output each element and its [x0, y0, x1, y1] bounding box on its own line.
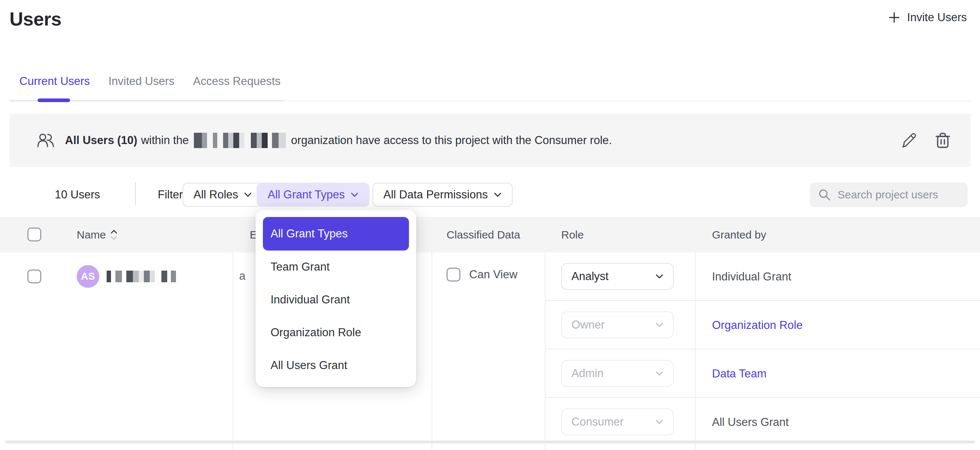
redacted-org-name	[194, 133, 286, 148]
grant-row-divider	[545, 300, 980, 301]
column-divider	[695, 252, 695, 450]
row-divider	[5, 440, 975, 444]
redacted-user-name	[107, 271, 176, 282]
column-header-classified-data: Classified Data	[447, 217, 520, 252]
chevron-down-icon	[655, 322, 663, 328]
can-view-label: Can View	[469, 268, 517, 281]
chevron-down-icon	[494, 192, 502, 197]
table-header: Name E Classified Data Role Granted by	[0, 217, 980, 252]
user-count: 10 Users	[55, 188, 100, 201]
column-header-role: Role	[561, 217, 584, 252]
people-icon	[37, 132, 55, 149]
page-title: Users	[10, 8, 61, 30]
banner-text-after-org: organization have access to this project…	[291, 134, 612, 147]
table-body: AS a Can View Analyst Owner Admin Consum…	[0, 252, 980, 450]
banner-bold-text: All Users (10)	[65, 134, 137, 147]
tab-bar: Current Users Invited Users Access Reque…	[10, 68, 970, 101]
plus-icon	[888, 11, 900, 24]
invite-users-button[interactable]: Invite Users	[888, 11, 967, 24]
trash-icon	[934, 132, 951, 149]
banner-actions	[899, 114, 953, 167]
chevron-down-icon	[244, 192, 252, 197]
invite-users-label: Invite Users	[907, 11, 967, 24]
classified-data-cell: Can View	[447, 268, 517, 282]
column-divider	[545, 252, 546, 450]
chevron-down-icon	[655, 419, 663, 425]
search-input[interactable]	[838, 189, 959, 201]
all-grant-types-filter[interactable]: All Grant Types	[257, 183, 369, 207]
sort-icon[interactable]	[110, 228, 118, 241]
dropdown-option-individual-grant[interactable]: Individual Grant	[256, 284, 416, 316]
search-icon	[818, 188, 831, 201]
chevron-down-icon	[350, 192, 358, 197]
dropdown-option-all-users-grant[interactable]: All Users Grant	[256, 349, 416, 382]
classified-data-header-label: Classified Data	[447, 229, 520, 241]
column-header-granted-by: Granted by	[712, 217, 766, 252]
dropdown-option-all-grant-types[interactable]: All Grant Types	[263, 217, 409, 250]
delete-grant-button[interactable]	[932, 130, 953, 151]
all-roles-filter[interactable]: All Roles	[183, 183, 263, 207]
column-divider	[232, 252, 233, 450]
user-email-fragment: a	[239, 269, 245, 283]
role-select-consumer[interactable]: Consumer	[561, 409, 674, 436]
dropdown-option-organization-role[interactable]: Organization Role	[256, 316, 416, 349]
role-select-label: Admin	[571, 367, 603, 380]
granted-by-value: All Users Grant	[712, 416, 789, 429]
tab-access-requests[interactable]: Access Requests	[193, 71, 281, 92]
role-select-label: Consumer	[571, 415, 624, 428]
edit-grant-button[interactable]	[899, 130, 920, 151]
grant-row-divider	[545, 397, 980, 398]
name-header-label: Name	[77, 229, 106, 241]
all-users-banner: All Users (10) within the organization h…	[10, 114, 970, 167]
role-select-admin[interactable]: Admin	[561, 360, 674, 387]
all-grant-types-label: All Grant Types	[268, 188, 345, 201]
filter-bar: 10 Users Filter by All Roles All Grant T…	[0, 168, 980, 217]
column-header-name[interactable]: Name	[77, 217, 118, 252]
role-select-label: Analyst	[571, 270, 609, 283]
avatar: AS	[77, 265, 99, 288]
search-box	[810, 182, 967, 207]
role-select-label: Owner	[571, 318, 605, 331]
all-roles-label: All Roles	[194, 188, 238, 201]
granted-by-link[interactable]: Organization Role	[712, 319, 803, 332]
column-divider	[431, 252, 432, 450]
granted-by-header-label: Granted by	[712, 229, 766, 241]
can-view-checkbox[interactable]	[447, 268, 460, 282]
role-header-label: Role	[561, 229, 584, 241]
row-checkbox[interactable]	[27, 269, 41, 284]
banner-text: All Users (10) within the organization h…	[65, 133, 612, 148]
filter-bar-divider	[135, 182, 136, 205]
tab-invited-users[interactable]: Invited Users	[108, 71, 175, 92]
active-tab-indicator	[38, 98, 70, 102]
all-data-permissions-label: All Data Permissions	[383, 188, 488, 201]
chevron-down-icon	[655, 274, 663, 279]
select-all-checkbox[interactable]	[27, 228, 41, 241]
pencil-icon	[900, 132, 918, 149]
users-page: Users Invite Users Current Users Invited…	[0, 0, 980, 450]
chevron-down-icon	[655, 371, 663, 376]
grant-types-dropdown: All Grant Types Team Grant Individual Gr…	[256, 210, 416, 387]
granted-by-link[interactable]: Data Team	[712, 367, 767, 380]
tab-current-users[interactable]: Current Users	[19, 71, 90, 92]
role-select-analyst[interactable]: Analyst	[561, 263, 674, 290]
banner-text-before-org: within the	[141, 134, 189, 147]
grant-row-divider	[545, 349, 980, 349]
role-select-owner[interactable]: Owner	[561, 311, 674, 338]
dropdown-option-team-grant[interactable]: Team Grant	[256, 250, 416, 284]
all-data-permissions-filter[interactable]: All Data Permissions	[372, 183, 513, 207]
granted-by-value: Individual Grant	[712, 270, 791, 284]
